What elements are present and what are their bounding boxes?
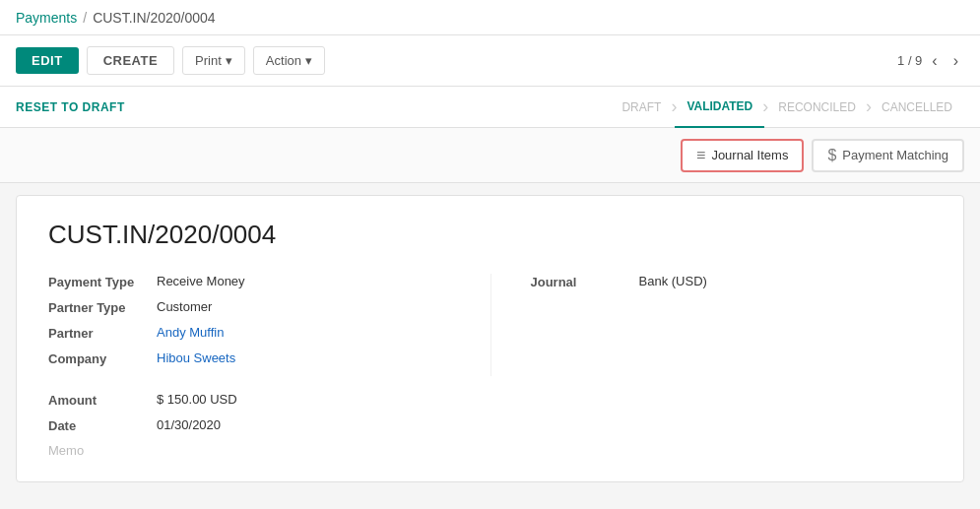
label-date: Date (48, 417, 157, 433)
prev-button[interactable]: ‹ (926, 50, 943, 72)
value-journal: Bank (USD) (639, 274, 707, 288)
status-step-cancelled[interactable]: CANCELLED (870, 87, 964, 128)
label-amount: Amount (48, 392, 157, 408)
pagination-text: 1 / 9 (897, 53, 922, 68)
smart-buttons-area: ≡ Journal Items $ Payment Matching (0, 128, 980, 183)
journal-items-button[interactable]: ≡ Journal Items (681, 139, 804, 172)
value-company[interactable]: Hibou Sweets (157, 350, 235, 365)
form-row-partner-type: Partner Type Customer (48, 299, 451, 315)
next-button[interactable]: › (947, 50, 964, 72)
journal-items-label: Journal Items (711, 148, 788, 162)
breadcrumb-current: CUST.IN/2020/0004 (93, 10, 216, 26)
form-grid: Payment Type Receive Money Partner Type … (48, 274, 932, 376)
journal-items-icon: ≡ (696, 147, 705, 164)
label-partner: Partner (48, 325, 157, 341)
edit-button[interactable]: EDIT (16, 47, 79, 74)
status-draft-label: DRAFT (621, 100, 661, 114)
reset-to-draft-button[interactable]: RESET TO DRAFT (16, 100, 125, 114)
pagination: 1 / 9 ‹ › (897, 50, 964, 72)
action-bar: EDIT CREATE Print ▾ Action ▾ 1 / 9 ‹ › (0, 35, 980, 87)
create-button[interactable]: CREATE (87, 46, 174, 75)
print-chevron-icon: ▾ (226, 53, 232, 68)
status-step-draft[interactable]: DRAFT (610, 87, 673, 128)
form-row-amount: Amount $ 150.00 USD (48, 392, 932, 408)
form-row-date: Date 01/30/2020 (48, 417, 932, 433)
status-bar: RESET TO DRAFT DRAFT › VALIDATED › RECON… (0, 87, 980, 128)
breadcrumb-parent[interactable]: Payments (16, 10, 77, 26)
status-reconciled-label: RECONCILED (778, 100, 856, 114)
value-partner[interactable]: Andy Muffin (157, 325, 224, 340)
status-step-validated[interactable]: VALIDATED (675, 87, 764, 128)
label-company: Company (48, 350, 157, 366)
print-button[interactable]: Print ▾ (182, 46, 245, 75)
breadcrumb-separator: / (83, 10, 87, 26)
form-row-journal: Journal Bank (USD) (531, 274, 933, 289)
form-row-payment-type: Payment Type Receive Money (48, 274, 451, 289)
status-cancelled-label: CANCELLED (882, 100, 952, 114)
status-steps: DRAFT › VALIDATED › RECONCILED › CANCELL… (610, 87, 964, 128)
form-row-partner: Partner Andy Muffin (48, 325, 451, 341)
value-amount: $ 150.00 USD (157, 392, 237, 407)
value-payment-type: Receive Money (157, 274, 245, 288)
payment-matching-icon: $ (827, 147, 836, 164)
label-journal: Journal (531, 274, 639, 289)
form-section-right: Journal Bank (USD) (490, 274, 933, 376)
status-validated-label: VALIDATED (686, 99, 752, 113)
action-button[interactable]: Action ▾ (253, 46, 325, 75)
main-content: CUST.IN/2020/0004 Payment Type Receive M… (16, 195, 964, 482)
form-divider (48, 376, 932, 392)
breadcrumb-bar: Payments / CUST.IN/2020/0004 (0, 0, 980, 35)
value-date: 01/30/2020 (157, 417, 221, 432)
form-section-left: Payment Type Receive Money Partner Type … (48, 274, 490, 376)
label-payment-type: Payment Type (48, 274, 157, 289)
payment-matching-label: Payment Matching (842, 148, 948, 162)
record-title: CUST.IN/2020/0004 (48, 220, 932, 250)
form-row-company: Company Hibou Sweets (48, 350, 451, 366)
action-label: Action (266, 53, 301, 68)
status-step-reconciled[interactable]: RECONCILED (766, 87, 868, 128)
action-chevron-icon: ▾ (305, 53, 312, 68)
print-label: Print (195, 53, 222, 68)
payment-matching-button[interactable]: $ Payment Matching (812, 139, 964, 172)
value-partner-type: Customer (157, 299, 212, 314)
label-partner-type: Partner Type (48, 299, 157, 315)
memo-label: Memo (48, 443, 932, 458)
